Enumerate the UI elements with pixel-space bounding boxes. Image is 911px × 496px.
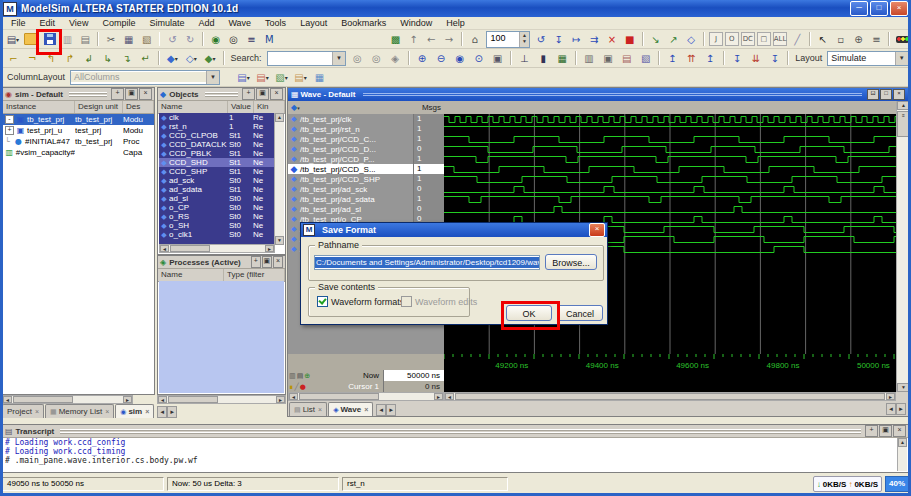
wave-add-icon[interactable]: ◆▾ xyxy=(288,101,303,114)
cursor-label[interactable]: Cursor 1 xyxy=(319,381,383,392)
objects-row-o_RS[interactable]: ◆o_RSSt0Ne xyxy=(159,212,275,221)
break-button[interactable]: × xyxy=(604,31,620,47)
waveform-formats-checkbox[interactable] xyxy=(317,296,328,307)
menu-view[interactable]: View xyxy=(62,18,95,28)
sim-undock-button[interactable]: ▣ xyxy=(125,88,138,100)
tab-list[interactable]: ▤List× xyxy=(289,402,327,416)
first-edge-button[interactable]: ↥ xyxy=(702,50,719,66)
wave-row-/tb_test_prj/rst_n[interactable]: ◆/tb_test_prj/rst_n xyxy=(288,124,413,134)
new-file-button[interactable]: ▤▾ xyxy=(5,31,21,47)
objects-row-CCD_SHP[interactable]: ◆CCD_SHPSt1Ne xyxy=(159,167,275,176)
menu-help[interactable]: Help xyxy=(439,18,472,28)
dialog-close-button[interactable]: × xyxy=(589,223,605,237)
menu-edit[interactable]: Edit xyxy=(33,18,63,28)
insert-pulse-button[interactable]: ◆▾ xyxy=(202,50,219,66)
sim-close-button[interactable]: × xyxy=(139,88,152,100)
objects-expand-button[interactable]: + xyxy=(242,88,255,100)
transcript-log[interactable]: # Loading work.ccd_config# Loading work.… xyxy=(5,438,898,471)
objects-row-ad_sl[interactable]: ◆ad_slSt0Ne xyxy=(159,194,275,203)
stop-button[interactable]: ■ xyxy=(622,31,638,47)
next-edge-button[interactable]: ⇊ xyxy=(748,50,765,66)
wave-row-/tb_test_prj/ad_sl[interactable]: ◆/tb_test_prj/ad_sl xyxy=(288,204,413,214)
perf-all-button[interactable]: ALL xyxy=(773,32,788,46)
menu-tools[interactable]: Tools xyxy=(258,18,293,28)
wave-canvas-hscrollbar[interactable]: ◄► xyxy=(444,392,896,401)
add-edge-button[interactable]: ◆▾ xyxy=(164,50,181,66)
undo-button[interactable]: ↺ xyxy=(164,31,180,47)
expand-time-button[interactable]: ▥ xyxy=(581,50,598,66)
menu-window[interactable]: Window xyxy=(393,18,439,28)
wave-close-button[interactable]: × xyxy=(893,89,905,100)
sim-tree-row-#INITIAL#47[interactable]: └●#INITIAL#47tb_test_prjProc xyxy=(3,136,154,147)
hand-tool-button[interactable]: ◇ xyxy=(683,31,699,47)
continue-run-button[interactable]: ↦ xyxy=(569,31,585,47)
tab-close-icon[interactable]: × xyxy=(318,406,322,413)
objects-hscrollbar[interactable]: ◄► xyxy=(159,244,275,253)
menu-simulate[interactable]: Simulate xyxy=(142,18,191,28)
objects-undock-button[interactable]: ▣ xyxy=(256,88,269,100)
next-transition-button[interactable]: ↧ xyxy=(729,50,746,66)
redo-button[interactable]: ↻ xyxy=(182,31,198,47)
column-preset-3-button[interactable]: ▧▾ xyxy=(273,69,290,85)
minimize-button[interactable]: ─ xyxy=(850,1,868,16)
wave-row-/tb_test_prj/CCD_P...[interactable]: ◆/tb_test_prj/CCD_P... xyxy=(288,154,413,164)
reload-button[interactable]: ▥ xyxy=(60,31,76,47)
modelsim-mini-button[interactable]: M xyxy=(261,31,277,47)
tab-close-icon[interactable]: × xyxy=(364,406,368,413)
search-options-button[interactable]: ◈ xyxy=(387,50,404,66)
columnlayout-select[interactable]: AllColumns▼ xyxy=(70,70,220,85)
tab-close-icon[interactable]: × xyxy=(145,408,149,415)
collapse-time-button[interactable]: ▣ xyxy=(599,50,616,66)
run-button[interactable]: ↧ xyxy=(551,31,567,47)
last-edge-button[interactable]: ↧ xyxy=(766,50,783,66)
chevron-down-icon[interactable]: ▼ xyxy=(895,52,908,65)
brush-button[interactable]: ╱ xyxy=(789,31,805,47)
objects-row-o_CP[interactable]: ◆o_CPSt0Ne xyxy=(159,203,275,212)
collapse-sim-button[interactable]: ▩ xyxy=(388,31,404,47)
chevron-down-icon[interactable]: ▼ xyxy=(332,52,345,65)
transcript-undock-button[interactable]: ▣ xyxy=(879,425,892,437)
wave-maximize-button[interactable]: □ xyxy=(880,89,892,100)
collapse-icon[interactable]: - xyxy=(5,115,14,124)
perf-j-button[interactable]: J xyxy=(709,32,723,46)
zoom-range-button[interactable]: ⊙ xyxy=(470,50,487,66)
menu-bookmarks[interactable]: Bookmarks xyxy=(334,18,393,28)
search-down-button[interactable]: ◎ xyxy=(349,50,366,66)
edit-cursor-icon[interactable]: ╱ xyxy=(294,383,298,391)
wave-row-/tb_test_prj/CCD_SHP[interactable]: ◆/tb_test_prj/CCD_SHP xyxy=(288,174,413,184)
browse-button[interactable]: Browse... xyxy=(545,254,597,270)
sim-tree-row-tb_test_prj[interactable]: -▣tb_test_prjtb_test_prjModu xyxy=(3,114,154,125)
wave-edit-left-button[interactable]: ↰ xyxy=(43,50,60,66)
zoom-out-button[interactable]: ⊖ xyxy=(433,50,450,66)
wave-edit-stretch-button[interactable]: ↴ xyxy=(118,50,135,66)
menu-compile[interactable]: Compile xyxy=(95,18,142,28)
wave-row-/tb_test_prj/CCD_D...[interactable]: ◆/tb_test_prj/CCD_D... xyxy=(288,144,413,154)
cursor-view-button[interactable]: ⊥ xyxy=(516,50,533,66)
print-button[interactable]: ▤ xyxy=(77,31,93,47)
objects-row-CCD_CLPOB[interactable]: ◆CCD_CLPOBSt1Ne xyxy=(159,131,275,140)
copy-button[interactable]: ▦ xyxy=(121,31,137,47)
wave-row-/tb_test_prj/CCD_S...[interactable]: ◆/tb_test_prj/CCD_S... xyxy=(288,164,413,174)
tab-memory-list[interactable]: ▦Memory List× xyxy=(45,404,114,418)
tab-pager[interactable]: ◄► xyxy=(376,404,396,416)
wave-timeline[interactable]: 49200 ns49400 ns49600 ns49800 ns50000 ns xyxy=(444,354,896,370)
pointer-mode-button[interactable]: ↖ xyxy=(815,31,831,47)
menu-file[interactable]: File xyxy=(4,18,33,28)
perf-dc-button[interactable]: DC xyxy=(741,32,755,46)
objects-close-button[interactable]: × xyxy=(270,88,283,100)
restart-button[interactable]: ↺ xyxy=(533,31,549,47)
add-marker-icon[interactable]: ⊕ xyxy=(304,372,310,380)
sim-expand-button[interactable]: + xyxy=(111,88,124,100)
cut-button[interactable]: ✂ xyxy=(103,31,119,47)
sim-tree-row-#vsim_capacity#[interactable]: ▥#vsim_capacity#Capa xyxy=(3,147,154,158)
open-file-button[interactable] xyxy=(23,31,40,47)
tab-project[interactable]: Project× xyxy=(2,404,44,418)
wave-row-/tb_test_prj/ad_sdata[interactable]: ◆/tb_test_prj/ad_sdata xyxy=(288,194,413,204)
up-level-button[interactable]: ↑ xyxy=(405,31,421,47)
wave-tab-pager[interactable]: ◄► xyxy=(886,403,906,415)
delete-cursor-icon[interactable]: ● xyxy=(300,383,306,391)
zoom-others-button[interactable]: ▣ xyxy=(489,50,506,66)
transcript-expand-button[interactable]: + xyxy=(865,425,878,437)
wave-edit-cut-button[interactable]: ⌐ xyxy=(5,50,22,66)
processes-close-button[interactable]: × xyxy=(273,256,283,268)
